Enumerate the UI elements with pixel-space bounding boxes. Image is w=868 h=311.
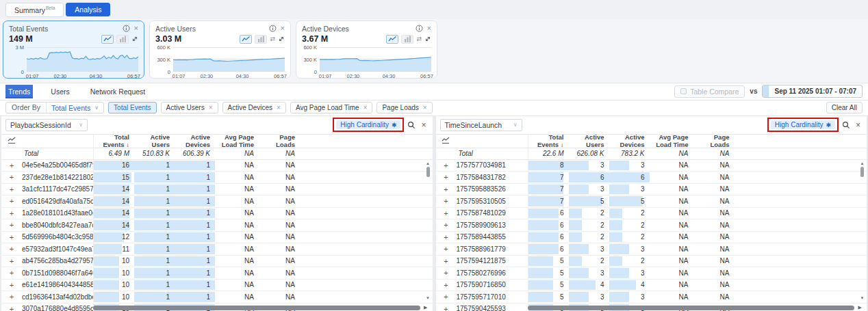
vertical-scroll-thumb[interactable] — [426, 167, 430, 177]
table-compare-checkbox[interactable] — [680, 88, 687, 94]
dimension-select[interactable]: PlaybackSessionId ∨ — [5, 119, 88, 131]
expand-row-button[interactable]: + — [1, 267, 22, 279]
vertical-scrollbar[interactable]: ▲ ▼ — [858, 161, 866, 300]
chart-column-icon[interactable] — [436, 137, 457, 146]
expand-row-button[interactable]: + — [1, 280, 22, 291]
table-row[interactable]: +237de28e1b814221802669905...1511NANA — [1, 172, 433, 184]
filter-chip[interactable]: Total Events — [108, 102, 156, 113]
expand-row-button[interactable]: + — [1, 291, 22, 303]
table-row[interactable]: +1757577034981833NANA — [436, 160, 867, 172]
chart-column-icon[interactable] — [1, 137, 22, 146]
expand-row-button[interactable]: + — [436, 232, 457, 243]
expand-row-button[interactable]: + — [1, 219, 22, 231]
table-row[interactable]: +1757595717010533NANA — [436, 291, 867, 303]
expand-row-button[interactable]: + — [1, 243, 22, 255]
expand-card-icon[interactable] — [424, 33, 431, 45]
date-range-picker[interactable]: Sep 11 2025 01:07 - 07:07 — [762, 85, 863, 98]
expand-row-button[interactable]: + — [1, 195, 22, 207]
table-row[interactable]: +0b7151d0988046f7a640670e75...1011NANA — [1, 267, 433, 280]
column-header[interactable]: Active Devices — [175, 135, 215, 148]
expand-row-button[interactable]: + — [1, 184, 22, 195]
filter-chip[interactable]: Page Loads× — [376, 102, 432, 113]
scroll-up-icon[interactable]: ▲ — [860, 161, 865, 165]
scroll-down-icon[interactable]: ▼ — [860, 296, 865, 300]
clear-all-button[interactable]: Clear All — [826, 102, 863, 113]
table-row[interactable]: +1757590716850544NANA — [436, 280, 867, 292]
line-chart-toggle-icon[interactable] — [101, 35, 114, 44]
horizontal-scroll-thumb[interactable] — [93, 306, 420, 310]
table-row[interactable]: +bbe8040dbfc8427eaa7cf2f9e0f...1411NANA — [1, 219, 433, 232]
expand-row-button[interactable]: + — [1, 303, 22, 311]
compare-icon[interactable]: ⇄ — [270, 36, 275, 42]
expand-card-icon[interactable] — [131, 33, 138, 45]
metric-card[interactable]: Active Devices × 3.67 M ⇄ 600 — [296, 21, 437, 79]
table-row[interactable]: +1757589909613622NANA — [436, 219, 867, 232]
tab-summary[interactable]: SummaryBeta — [5, 3, 64, 17]
expand-row-button[interactable]: + — [436, 280, 457, 291]
scroll-up-icon[interactable]: ▲ — [426, 161, 430, 165]
expand-row-button[interactable]: + — [436, 184, 457, 195]
table-row[interactable]: +1a28e018101d43faae0e3977d7...1411NANA — [1, 208, 433, 220]
expand-row-button[interactable]: + — [436, 256, 457, 267]
table-row[interactable]: +1757595310505755NANA — [436, 195, 867, 208]
column-header[interactable]: Total Events ↓ — [93, 135, 134, 148]
table-row[interactable]: +1757595883526733NANA — [436, 184, 867, 196]
vertical-scroll-thumb[interactable] — [860, 167, 864, 177]
table-row[interactable]: +1757588961779633NANA — [436, 243, 867, 256]
column-header[interactable]: Avg Page Load Time — [215, 135, 259, 148]
table-row[interactable]: +1757594121875522NANA — [436, 256, 867, 268]
column-header[interactable]: Page Loads — [693, 135, 735, 148]
search-icon[interactable] — [407, 121, 416, 129]
column-header[interactable]: Total Events ↓ — [528, 135, 569, 148]
scroll-right-icon[interactable]: ▶ — [858, 305, 862, 310]
table-row[interactable]: +1757589443855622NANA — [436, 232, 867, 244]
info-icon[interactable] — [269, 25, 277, 32]
column-header[interactable]: Avg Page Load Time — [650, 135, 693, 148]
vertical-scrollbar[interactable]: ▲ ▼ — [424, 161, 432, 300]
horizontal-scrollbar[interactable]: ▶ — [93, 306, 420, 310]
close-card-icon[interactable]: × — [281, 25, 285, 31]
close-card-icon[interactable]: × — [427, 25, 431, 31]
tab-trends[interactable]: Trends — [5, 85, 33, 98]
expand-row-button[interactable]: + — [436, 195, 457, 207]
expand-row-button[interactable]: + — [1, 172, 22, 183]
table-row[interactable]: +04e5e4a25b00465d8f7966af4a...1611NANA — [1, 160, 433, 172]
dimension-select[interactable]: TimeSinceLaunch ∨ — [440, 119, 522, 131]
expand-row-button[interactable]: + — [1, 208, 22, 219]
filter-chip[interactable]: Avg Page Load Time× — [290, 102, 373, 113]
table-row[interactable]: +ed0516429dfa40afa75ce7f4709...1411NANA — [1, 195, 433, 208]
info-icon[interactable] — [416, 25, 423, 32]
expand-row-button[interactable]: + — [436, 291, 457, 303]
tab-users[interactable]: Users — [48, 85, 72, 98]
order-by-select[interactable]: Total Events ∨ — [47, 104, 103, 112]
scroll-down-icon[interactable]: ▼ — [426, 296, 430, 300]
expand-row-button[interactable]: + — [1, 256, 22, 267]
line-chart-toggle-icon[interactable] — [386, 35, 398, 44]
table-compare-button[interactable]: Table Compare — [674, 85, 745, 98]
remove-chip-icon[interactable]: × — [363, 104, 368, 111]
table-row[interactable]: +3a1cfc1117dc47c298572ce1f80...1411NANA — [1, 184, 433, 196]
expand-row-button[interactable]: + — [436, 208, 457, 219]
metric-card[interactable]: Active Users × 3.03 M ⇄ 600 K3 — [149, 21, 291, 79]
table-row[interactable]: +ab4756c285ba4d279572e6e3e2...1011NANA — [1, 256, 433, 268]
expand-row-button[interactable]: + — [436, 267, 457, 279]
table-row[interactable]: +cd19636413af4d02bdbe3a42f9...1011NANA — [1, 291, 433, 303]
column-header[interactable]: Active Users — [569, 135, 609, 148]
table-row[interactable]: +e61e141986404344858c230727...1011NANA — [1, 280, 433, 292]
high-cardinality-badge[interactable]: High Cardinality ✱ — [336, 120, 400, 129]
tab-network-request[interactable]: Network Request — [88, 85, 149, 98]
table-row[interactable]: +1757580276996533NANA — [436, 267, 867, 280]
horizontal-scrollbar[interactable]: ▶ — [528, 306, 855, 310]
remove-chip-icon[interactable]: × — [277, 104, 281, 111]
search-icon[interactable] — [842, 121, 850, 129]
remove-chip-icon[interactable]: × — [423, 104, 427, 111]
high-cardinality-badge[interactable]: High Cardinality ✱ — [771, 120, 835, 129]
table-row[interactable]: +1757587481029622NANA — [436, 208, 867, 220]
column-header[interactable]: Page Loads — [259, 135, 300, 148]
close-card-icon[interactable]: × — [134, 25, 138, 31]
tab-analysis[interactable]: Analysis — [66, 3, 110, 16]
compare-icon[interactable]: ⇄ — [416, 36, 422, 42]
expand-card-icon[interactable] — [278, 33, 285, 45]
metric-card[interactable]: Total Events × 149 M 3 M0 — [3, 21, 144, 79]
expand-row-button[interactable]: + — [1, 232, 22, 243]
